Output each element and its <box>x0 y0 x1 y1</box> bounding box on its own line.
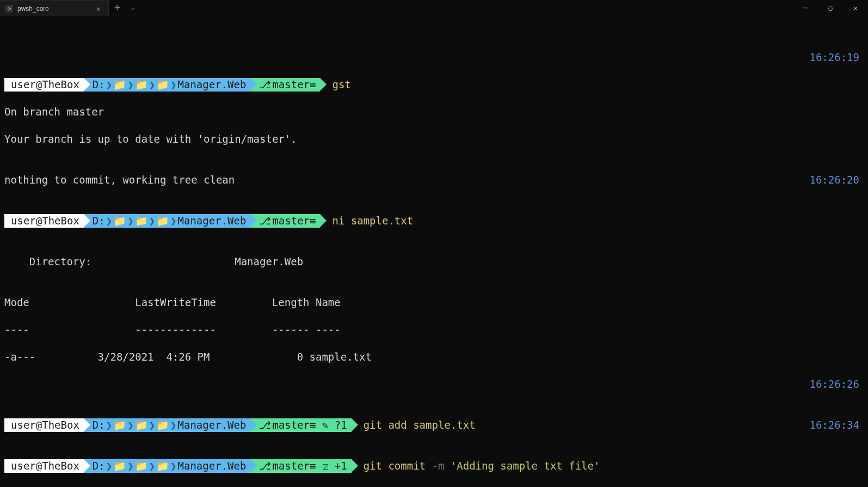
command-input: gst <box>332 78 350 92</box>
new-tab-button[interactable]: + <box>109 0 126 14</box>
table-separator: ---- ------------- ------ ---- <box>4 323 864 337</box>
timestamp: 16:26:34 <box>809 418 859 432</box>
prompt-line: user@TheBox D: ❯ 📁❯ 📁❯ 📁❯ Manager.Web ⎇m… <box>4 459 864 473</box>
prompt-user: user@TheBox <box>4 214 84 228</box>
prompt-user: user@TheBox <box>4 459 84 473</box>
minimize-button[interactable]: ─ <box>793 0 818 16</box>
branch-icon: ⎇ <box>259 78 271 92</box>
titlebar: ≥ pwsh_core ✕ + ⌄ ─ ▢ ✕ <box>0 0 868 18</box>
terminal-body[interactable]: 16:26:19 user@TheBox D: ❯ 📁❯ 📁❯ 📁❯ Manag… <box>0 18 868 487</box>
prompt-drive: D: ❯ 📁❯ 📁❯ 📁❯ Manager.Web <box>84 418 251 432</box>
prompt-line: user@TheBox D: ❯ 📁❯ 📁❯ 📁❯ Manager.Web ⎇m… <box>4 418 864 432</box>
prompt-drive: D: ❯ 📁❯ 📁❯ 📁❯ Manager.Web <box>84 78 251 92</box>
branch-icon: ⎇ <box>259 459 271 473</box>
command-input: git add sample.txt <box>364 418 476 432</box>
branch-icon: ⎇ <box>259 214 271 228</box>
prompt-branch-staged: ⎇master ≡ ☑ +1 <box>250 459 351 473</box>
tab-dropdown-button[interactable]: ⌄ <box>126 0 140 14</box>
powershell-icon: ≥ <box>5 5 13 13</box>
prompt-line: user@TheBox D: ❯ 📁❯ 📁❯ 📁❯ Manager.Web ⎇m… <box>4 214 864 228</box>
close-button[interactable]: ✕ <box>843 0 868 16</box>
tab-pwsh[interactable]: ≥ pwsh_core ✕ <box>0 0 109 16</box>
output-line: Directory: Manager.Web <box>4 255 864 269</box>
prompt-drive: D: ❯ 📁❯ 📁❯ 📁❯ Manager.Web <box>84 214 251 228</box>
maximize-button[interactable]: ▢ <box>818 0 843 16</box>
command-input: ni sample.txt <box>332 214 413 228</box>
prompt-line: user@TheBox D: ❯ 📁❯ 📁❯ 📁❯ Manager.Web ⎇m… <box>4 78 864 92</box>
prompt-branch: ⎇master ≡ <box>250 78 320 92</box>
table-header: Mode LastWriteTime Length Name <box>4 296 864 309</box>
table-row: -a--- 3/28/2021 4:26 PM 0 sample.txt <box>4 350 864 364</box>
output-line: nothing to commit, working tree clean <box>4 173 235 187</box>
tab-title: pwsh_core <box>17 5 94 13</box>
branch-icon: ⎇ <box>259 418 271 432</box>
prompt-drive: D: ❯ 📁❯ 📁❯ 📁❯ Manager.Web <box>84 459 251 473</box>
prompt-user: user@TheBox <box>4 78 84 92</box>
timestamp: 16:26:20 <box>809 173 859 187</box>
output-line: On branch master <box>4 105 864 119</box>
prompt-branch-untracked: ⎇master ≡ ✎ ?1 <box>250 418 351 432</box>
tab-close-button[interactable]: ✕ <box>94 4 103 13</box>
prompt-user: user@TheBox <box>4 418 84 432</box>
timestamp: 16:26:19 <box>809 51 859 64</box>
output-line: Your branch is up to date with 'origin/m… <box>4 132 864 146</box>
prompt-branch: ⎇master ≡ <box>250 214 320 228</box>
timestamp: 16:26:26 <box>809 378 859 391</box>
window-controls: ─ ▢ ✕ <box>793 0 868 16</box>
command-input: git commit -m 'Adding sample txt file' <box>364 459 600 473</box>
